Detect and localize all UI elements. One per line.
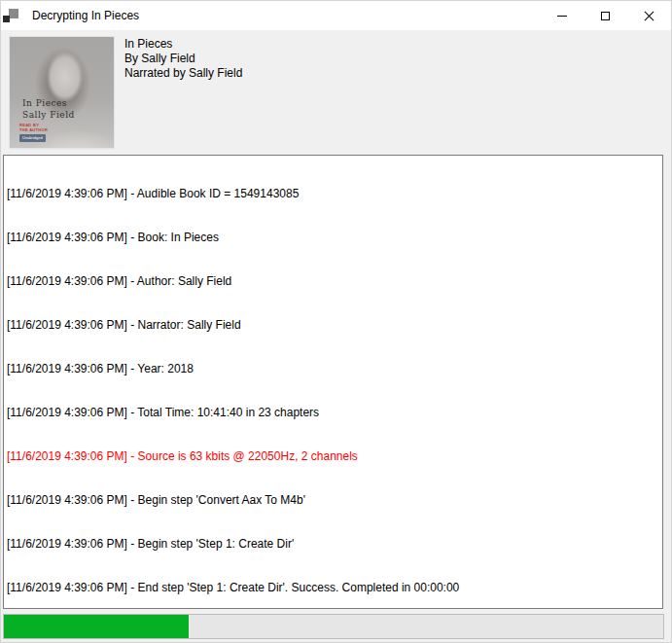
maximize-icon: [601, 12, 610, 20]
book-info: In Pieces By Sally Field Narrated by Sal…: [124, 37, 242, 81]
book-title: In Pieces: [124, 37, 242, 52]
log-textbox[interactable]: [11/6/2019 4:39:06 PM] - Audible Book ID…: [3, 155, 663, 609]
log-line: [11/6/2019 4:39:06 PM] - Total Time: 10:…: [7, 406, 662, 420]
log-line: [11/6/2019 4:39:06 PM] - Book: In Pieces: [7, 231, 662, 245]
log-line: [11/6/2019 4:39:06 PM] - Begin step 'Con…: [7, 493, 662, 508]
log-line: [11/6/2019 4:39:06 PM] - Year: 2018: [7, 362, 662, 376]
close-icon: [644, 11, 654, 21]
progress-bar: [3, 614, 664, 639]
log-line: [11/6/2019 4:39:06 PM] - End step 'Step …: [7, 581, 662, 595]
book-author: By Sally Field: [124, 52, 242, 66]
cover-author: Sally Field: [22, 109, 75, 121]
minimize-icon: [557, 16, 567, 17]
log-line-error: [11/6/2019 4:39:06 PM] - Source is 63 kb…: [7, 449, 662, 464]
log-line: [11/6/2019 4:39:06 PM] - Begin step 'Ste…: [7, 537, 662, 552]
log-line: [11/6/2019 4:39:06 PM] - Author: Sally F…: [7, 274, 662, 289]
progress-bar-fill: [4, 615, 189, 638]
book-narrator: Narrated by Sally Field: [124, 66, 242, 81]
titlebar: Decrypting In Pieces: [1, 1, 671, 30]
close-button[interactable]: [627, 1, 671, 30]
app-icon-square-dark: [3, 16, 10, 22]
log-line: [11/6/2019 4:39:06 PM] - Audible Book ID…: [7, 187, 662, 201]
app-icon-square-gray: [9, 9, 18, 18]
book-cover-image: In Pieces Sally Field READ BY THE AUTHOR…: [9, 36, 115, 149]
window-controls: [540, 1, 671, 30]
window-title: Decrypting In Pieces: [32, 9, 139, 22]
log-line: [11/6/2019 4:39:06 PM] - Narrator: Sally…: [7, 318, 662, 333]
app-icon: [3, 8, 18, 23]
cover-read-by-badge: READ BY THE AUTHOR: [19, 123, 48, 132]
app-window: Decrypting In Pieces In Pieces Sally Fie…: [0, 0, 672, 643]
minimize-button[interactable]: [540, 1, 584, 30]
cover-title: In Pieces: [22, 97, 75, 109]
cover-title-text: In Pieces Sally Field: [22, 97, 75, 121]
cover-edition-badge: Unabridged: [19, 134, 46, 142]
maximize-button[interactable]: [584, 1, 627, 30]
